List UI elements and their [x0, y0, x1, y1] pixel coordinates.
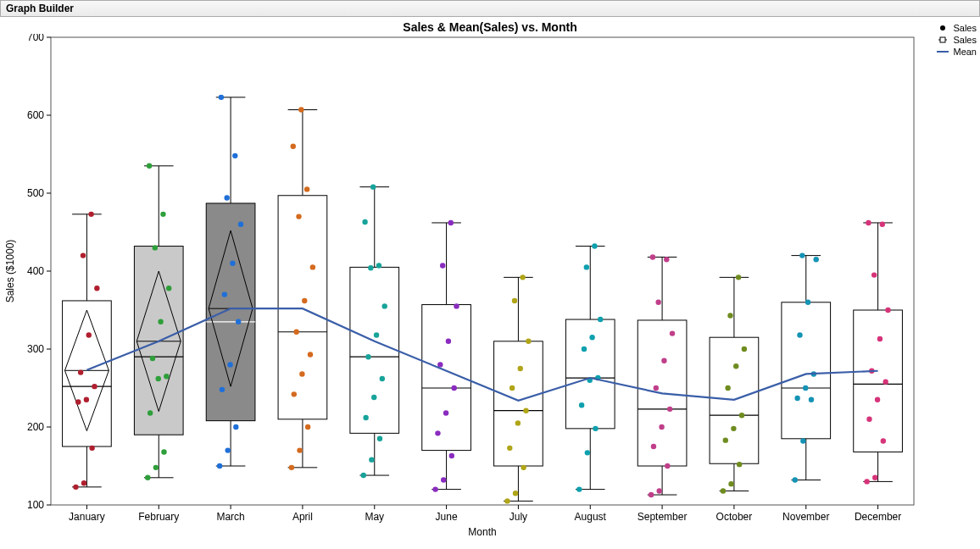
svg-point-161	[302, 298, 307, 303]
svg-text:300: 300	[27, 343, 44, 355]
svg-point-202	[576, 486, 582, 491]
svg-text:700: 700	[27, 34, 44, 43]
svg-point-235	[736, 274, 741, 280]
svg-point-150	[238, 222, 243, 227]
svg-text:500: 500	[27, 187, 44, 199]
svg-point-181	[441, 477, 446, 482]
svg-point-177	[376, 263, 381, 268]
chart-area: Sales & Mean(Sales) vs. Month 1002003004…	[0, 17, 980, 549]
svg-text:May: May	[365, 511, 384, 523]
svg-point-200	[512, 298, 517, 303]
svg-point-222	[655, 300, 660, 305]
svg-point-153	[219, 95, 224, 100]
svg-point-204	[593, 426, 598, 431]
svg-point-162	[310, 264, 315, 269]
svg-point-194	[507, 446, 512, 451]
svg-text:Sales ($1000): Sales ($1000)	[4, 240, 16, 303]
svg-point-156	[305, 424, 310, 430]
svg-point-233	[742, 347, 747, 352]
svg-point-253	[877, 336, 883, 341]
svg-rect-117	[854, 310, 903, 452]
svg-point-168	[369, 457, 374, 462]
svg-point-130	[145, 475, 150, 480]
svg-point-132	[161, 449, 166, 454]
svg-point-179	[370, 184, 376, 189]
svg-text:April: April	[292, 511, 313, 523]
svg-point-226	[728, 481, 733, 486]
svg-point-136	[150, 356, 155, 361]
svg-point-182	[449, 453, 454, 458]
svg-point-151	[224, 195, 229, 200]
window-title: Graph Builder	[6, 3, 74, 14]
svg-point-148	[222, 291, 227, 297]
svg-point-254	[885, 308, 890, 313]
svg-point-174	[374, 332, 379, 337]
svg-point-248	[881, 438, 886, 443]
svg-text:Month: Month	[468, 526, 496, 538]
svg-point-173	[365, 354, 370, 359]
svg-point-170	[363, 415, 368, 420]
app-window: Graph Builder Sales & Mean(Sales) vs. Mo…	[0, 0, 980, 549]
legend-label-points: Sales	[953, 23, 977, 33]
svg-point-196	[523, 408, 528, 413]
svg-point-176	[368, 265, 373, 270]
svg-point-258	[940, 25, 945, 30]
svg-point-198	[518, 366, 523, 371]
svg-point-138	[166, 286, 171, 291]
svg-point-215	[665, 463, 670, 469]
svg-point-231	[725, 385, 730, 391]
svg-point-126	[86, 332, 92, 337]
svg-point-212	[592, 243, 597, 248]
window-title-bar: Graph Builder	[0, 0, 980, 17]
svg-point-244	[813, 257, 818, 262]
svg-point-125	[78, 369, 83, 374]
svg-text:100: 100	[27, 499, 44, 511]
svg-text:December: December	[855, 511, 901, 523]
legend-swatch-box-icon	[936, 35, 949, 45]
svg-point-246	[864, 479, 869, 484]
legend-swatch-line-icon	[936, 47, 949, 57]
svg-point-192	[513, 491, 518, 496]
svg-text:September: September	[638, 511, 688, 523]
svg-point-213	[649, 492, 654, 497]
svg-point-223	[664, 257, 669, 262]
svg-rect-87	[494, 341, 543, 466]
svg-point-134	[156, 376, 161, 381]
svg-point-227	[737, 462, 742, 467]
svg-point-122	[75, 399, 81, 404]
svg-point-256	[880, 222, 885, 227]
svg-text:June: June	[436, 511, 458, 523]
svg-point-236	[793, 477, 798, 482]
chart-svg: 100200300400500600700Sales ($1000)Januar…	[0, 34, 924, 547]
svg-point-188	[454, 303, 459, 308]
svg-point-225	[721, 488, 726, 493]
svg-point-144	[233, 424, 238, 430]
svg-point-128	[81, 252, 86, 258]
svg-point-228	[723, 437, 728, 442]
legend-swatch-points-icon	[936, 23, 949, 33]
svg-point-247	[872, 475, 877, 480]
svg-point-201	[520, 274, 525, 280]
svg-point-217	[659, 424, 664, 430]
legend-item-mean: Mean	[936, 46, 977, 58]
svg-point-152	[232, 153, 237, 158]
svg-point-209	[589, 335, 594, 340]
svg-text:August: August	[575, 511, 607, 523]
svg-point-149	[230, 261, 235, 266]
svg-point-139	[153, 245, 158, 250]
legend-label-box: Sales	[953, 35, 977, 45]
legend-item-points: Sales	[936, 22, 977, 34]
svg-text:November: November	[782, 511, 829, 523]
svg-point-120	[81, 480, 86, 485]
svg-point-234	[727, 313, 732, 318]
svg-point-124	[92, 384, 97, 389]
svg-point-205	[579, 402, 584, 408]
svg-point-159	[308, 352, 313, 357]
svg-point-137	[158, 319, 163, 324]
svg-point-142	[217, 463, 222, 469]
svg-point-160	[293, 330, 298, 335]
svg-point-131	[153, 465, 159, 470]
svg-point-237	[800, 438, 805, 443]
svg-text:600: 600	[27, 109, 44, 121]
svg-point-195	[515, 420, 521, 425]
